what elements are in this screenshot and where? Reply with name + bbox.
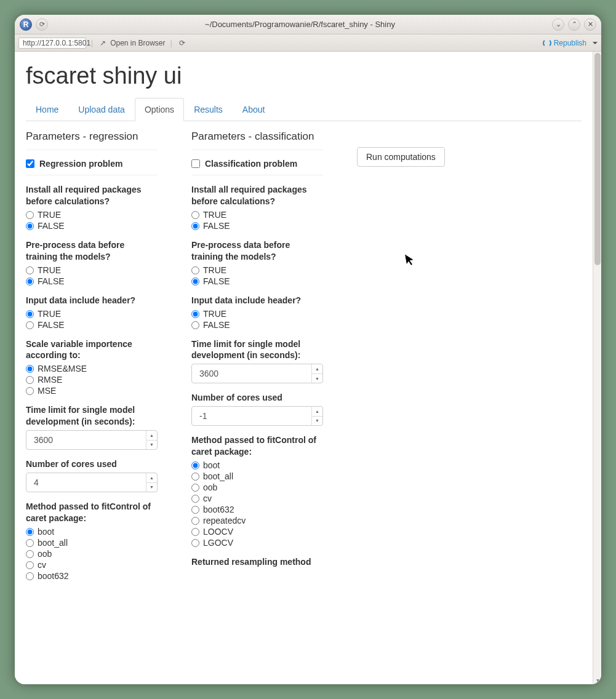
cls-returned-label: Returned resampling method [191,556,323,568]
nav-tabs: Home Upload data Options Results About [26,98,582,121]
app-window: R ⟳ ~/Documents/Programowanie/R/fscaret_… [15,15,601,684]
spinner-up-icon[interactable]: ▲ [146,431,157,441]
reg-preprocess-false[interactable]: FALSE [26,276,158,286]
url-display[interactable]: http://127.0.0.1:5801 [18,38,86,49]
chevron-down-icon [593,42,598,44]
cls-method-oob[interactable]: oob [191,482,323,492]
number-spinner[interactable]: ▲▼ [311,364,322,383]
republish-button[interactable]: Republish [543,39,598,47]
spinner-down-icon[interactable]: ▼ [312,417,322,426]
reg-header-false[interactable]: FALSE [26,320,158,330]
reg-install-false[interactable]: FALSE [26,221,158,231]
spinner-up-icon[interactable]: ▲ [146,473,157,483]
open-in-browser-button[interactable]: Open in Browser [110,39,165,47]
reg-scale-mse[interactable]: MSE [26,386,158,396]
cls-method-boot632[interactable]: boot632 [191,505,323,514]
cls-header-true[interactable]: TRUE [191,309,323,319]
divider [26,150,158,150]
cls-install-label: Install all required packages before cal… [191,184,323,207]
window-title: ~/Documents/Programowanie/R/fscaret_shin… [48,20,552,29]
regression-column: Parameters - regression Regression probl… [26,129,176,589]
divider [26,175,158,175]
reg-scale-label: Scale variable importence according to: [26,338,158,362]
cls-header-false[interactable]: FALSE [191,320,323,330]
tab-options[interactable]: Options [135,98,184,121]
cls-time-input[interactable] [191,364,323,383]
regression-header: Parameters - regression [26,130,176,143]
browser-icon: ↗ [98,38,108,48]
spinner-up-icon[interactable]: ▲ [312,407,322,417]
reg-method-boot[interactable]: boot [26,527,158,537]
reg-cores-input[interactable] [26,473,158,492]
number-spinner[interactable]: ▲▼ [146,473,157,492]
sync-icon [543,39,551,47]
classification-column: Parameters - classification Classificati… [191,129,342,589]
reg-method-bootall[interactable]: boot_all [26,538,158,548]
cls-method-bootall[interactable]: boot_all [191,471,323,481]
cls-method-loocv[interactable]: LOOCV [191,527,323,537]
reg-time-label: Time limit for single model development … [26,404,158,428]
spinner-down-icon[interactable]: ▼ [312,374,322,383]
page-title: fscaret shiny ui [26,63,582,89]
cls-method-label: Method passed to fitControl of caret pac… [191,434,323,458]
divider [191,175,323,175]
regression-problem-checkbox-input[interactable] [26,159,34,168]
reg-preprocess-true[interactable]: TRUE [26,265,158,275]
regression-problem-checkbox[interactable]: Regression problem [26,159,176,169]
minimize-button[interactable]: ⌄ [552,18,564,31]
reg-scale-rmsemse[interactable]: RMSE&MSE [26,364,158,373]
reg-method-label: Method passed to fitControl of caret pac… [26,501,158,524]
close-button[interactable]: ✕ [584,18,596,31]
classification-problem-checkbox-input[interactable] [191,159,200,168]
reg-time-input[interactable] [26,430,158,450]
scrollbar[interactable]: ▾ [593,52,601,684]
number-spinner[interactable]: ▲▼ [311,407,322,425]
spinner-up-icon[interactable]: ▲ [312,364,322,374]
reg-header-true[interactable]: TRUE [26,309,158,319]
reg-method-boot632[interactable]: boot632 [26,571,158,581]
cls-method-repeatedcv[interactable]: repeatedcv [191,516,323,525]
cls-time-label: Time limit for single model development … [191,338,323,362]
number-spinner[interactable]: ▲▼ [146,431,157,449]
cls-method-boot[interactable]: boot [191,460,323,470]
cls-cores-input[interactable] [191,406,323,426]
regression-problem-label: Regression problem [39,159,122,169]
tab-upload-data[interactable]: Upload data [68,98,135,121]
cls-header-label: Input data include header? [191,295,323,306]
r-logo-icon: R [20,18,32,31]
tab-home[interactable]: Home [26,98,68,121]
reg-scale-rmse[interactable]: RMSE [26,375,158,385]
cls-method-cv[interactable]: cv [191,493,323,503]
reg-preprocess-label: Pre-process data before training the mod… [26,239,158,263]
tab-about[interactable]: About [233,98,275,121]
scroll-down-icon[interactable]: ▾ [593,676,601,684]
titlebar: R ⟳ ~/Documents/Programowanie/R/fscaret_… [15,15,601,34]
reg-method-cv[interactable]: cv [26,560,158,570]
spinner-down-icon[interactable]: ▼ [146,483,157,492]
cls-method-lgocv[interactable]: LGOCV [191,538,323,548]
cls-preprocess-false[interactable]: FALSE [191,276,323,286]
cls-cores-label: Number of cores used [191,392,323,404]
divider [191,150,323,150]
run-column: Run computations [357,129,445,589]
reg-install-true[interactable]: TRUE [26,210,158,220]
tab-results[interactable]: Results [184,98,233,121]
cls-install-false[interactable]: FALSE [191,221,323,231]
classification-problem-checkbox[interactable]: Classification problem [191,159,342,169]
app-viewport: ▾ fscaret shiny ui Home Upload data Opti… [15,52,601,684]
run-computations-button[interactable]: Run computations [357,147,445,167]
reg-install-label: Install all required packages before cal… [26,184,158,207]
cls-preprocess-label: Pre-process data before training the mod… [191,239,323,263]
reg-cores-label: Number of cores used [26,458,158,470]
classification-problem-label: Classification problem [205,159,297,169]
scrollbar-thumb[interactable] [594,53,601,265]
maximize-button[interactable]: ⌃ [568,18,580,31]
classification-header: Parameters - classification [191,130,342,143]
reg-header-label: Input data include header? [26,295,158,306]
reload-icon[interactable]: ⟳ [177,38,187,48]
cls-install-true[interactable]: TRUE [191,210,323,220]
titlebar-refresh-icon[interactable]: ⟳ [36,18,48,31]
reg-method-oob[interactable]: oob [26,549,158,559]
cls-preprocess-true[interactable]: TRUE [191,265,323,275]
spinner-down-icon[interactable]: ▼ [146,441,157,450]
